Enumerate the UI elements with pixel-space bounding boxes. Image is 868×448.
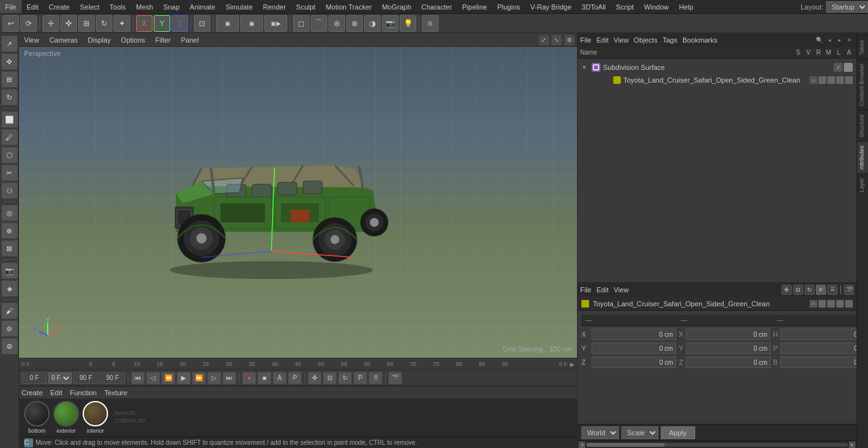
x-axis-btn[interactable]: X	[136, 15, 153, 32]
render-btn[interactable]: ▣▶	[264, 15, 287, 32]
tab-content-browser[interactable]: Content Browser	[857, 59, 868, 110]
tab-takes[interactable]: Takes	[857, 36, 868, 59]
vp-menu-panel[interactable]: Panel	[179, 36, 201, 44]
menu-create[interactable]: Create	[44, 0, 75, 13]
lt-camera-btn[interactable]: 📷	[1, 262, 18, 279]
lt-paint-btn[interactable]: 🖌	[1, 302, 18, 319]
y-axis-btn[interactable]: Y	[154, 15, 170, 32]
om-nav-back-icon[interactable]: ◂	[825, 36, 834, 44]
om-view-menu[interactable]: View	[614, 36, 629, 44]
attr-p-icon[interactable]: P	[816, 285, 826, 295]
world-select[interactable]: World	[581, 426, 619, 439]
pb-grid-btn[interactable]: ⠿	[369, 372, 383, 384]
menu-snap[interactable]: Snap	[158, 0, 185, 13]
pb-stop-btn[interactable]: ■	[257, 372, 271, 384]
camera-btn[interactable]: 📷	[382, 15, 398, 32]
undo-btn[interactable]: ↩	[3, 15, 19, 32]
om-objects-menu[interactable]: Objects	[634, 36, 657, 44]
attr-move-icon[interactable]: ✜	[782, 285, 792, 295]
timeline-arrow-icon[interactable]: ▸	[570, 359, 574, 369]
pb-keys-btn[interactable]: ⊟	[323, 372, 337, 384]
lt-move-btn[interactable]: ✜	[1, 53, 18, 70]
lt-mirror-btn[interactable]: ⊠	[1, 240, 18, 257]
tab-attributes[interactable]: Attributes	[857, 141, 868, 173]
coord-z-pos[interactable]	[592, 356, 676, 368]
vp-menu-options[interactable]: Options	[118, 36, 147, 44]
vp-maximize-icon[interactable]: ⤢	[539, 35, 549, 45]
pb-next-key-btn[interactable]: ⏩	[192, 372, 206, 384]
lt-material-btn[interactable]: ◎	[1, 205, 18, 221]
om-nav-fwd-icon[interactable]: ▸	[835, 36, 844, 44]
pb-film-btn[interactable]: 🎬	[388, 372, 402, 384]
pb-go-start-btn[interactable]: ⏮	[131, 372, 145, 384]
menu-window[interactable]: Window	[639, 0, 674, 13]
menu-pipeline[interactable]: Pipeline	[457, 0, 492, 13]
attr-dots-icon[interactable]: ⠿	[827, 285, 837, 295]
coord-z-size[interactable]	[780, 356, 865, 368]
pb-prev-frame-btn[interactable]: ◁	[146, 372, 160, 384]
material-ball-interior[interactable]	[83, 401, 108, 426]
menu-mesh[interactable]: Mesh	[131, 0, 158, 13]
menu-tools[interactable]: Tools	[104, 0, 131, 13]
menu-vray[interactable]: V-Ray Bridge	[526, 0, 577, 13]
transform-btn[interactable]: ✦	[114, 15, 130, 32]
attr-view-menu[interactable]: View	[614, 286, 629, 294]
coord-x-rot[interactable]	[686, 329, 770, 340]
tab-structure[interactable]: Structure	[857, 110, 868, 142]
lt-cut-btn[interactable]: ✂	[1, 165, 18, 181]
move-btn[interactable]: ✜	[60, 15, 77, 32]
scale-select[interactable]: Scale	[621, 426, 658, 439]
gen-btn[interactable]: ⊛	[329, 15, 345, 32]
pb-autokey-btn[interactable]: A	[273, 372, 287, 384]
lt-view-btn[interactable]: ◈	[1, 280, 18, 297]
pb-next-frame-btn[interactable]: ▷	[207, 372, 221, 384]
attr-key-icon[interactable]: ⊟	[793, 285, 803, 295]
om-search-icon[interactable]: 🔍	[815, 36, 824, 44]
mat-texture-menu[interactable]: Texture	[104, 389, 127, 397]
pb-fps-select[interactable]: 0 F	[48, 372, 72, 384]
om-file-menu[interactable]: File	[580, 36, 592, 44]
lt-select-btn[interactable]: ↗	[1, 36, 18, 52]
attr-film-icon[interactable]: 🎬	[844, 285, 854, 295]
om-toyota-vis-icon[interactable]: ○	[810, 76, 817, 84]
lt-box-btn[interactable]: ⬜	[1, 111, 18, 128]
cube-btn[interactable]: ◻	[293, 15, 309, 32]
menu-render[interactable]: Render	[258, 0, 291, 13]
env-btn[interactable]: ◑	[364, 15, 381, 32]
menu-help[interactable]: Help	[674, 0, 699, 13]
lt-scale-btn[interactable]: ⊞	[1, 71, 18, 88]
viewport-3d[interactable]: Perspective	[19, 47, 577, 358]
pb-record-btn[interactable]: ●	[242, 372, 256, 384]
coord-y-pos[interactable]	[592, 343, 676, 354]
layout-select[interactable]: Startup	[826, 1, 868, 13]
pb-curves-btn[interactable]: ↻	[338, 372, 352, 384]
material-ball-exterior[interactable]	[53, 401, 79, 426]
pb-motionpath-btn[interactable]: P	[288, 372, 302, 384]
om-close-icon[interactable]: ✕	[845, 36, 854, 44]
mat-edit-menu[interactable]: Edit	[50, 389, 62, 397]
pb-play-btn[interactable]: ▶	[177, 372, 191, 384]
coord-y-size[interactable]	[780, 343, 865, 354]
timeline-frame-marker[interactable]: 0 F	[22, 361, 30, 367]
lt-magnet-btn[interactable]: ⚇	[1, 182, 18, 199]
attr-curve-icon[interactable]: ↻	[804, 285, 815, 295]
om-tags-menu[interactable]: Tags	[663, 36, 677, 44]
scroll-right-btn[interactable]: ▸	[849, 442, 855, 448]
attr-edit-menu[interactable]: Edit	[597, 286, 609, 294]
lt-texture-btn[interactable]: ⊕	[1, 222, 18, 239]
lt-smooth-btn[interactable]: ⊜	[1, 320, 18, 337]
menu-motion-tracker[interactable]: Motion Tracker	[320, 0, 377, 13]
scroll-left-btn[interactable]: ◂	[579, 442, 585, 448]
coord-sys-btn[interactable]: ⊡	[194, 15, 210, 32]
coord-x-size[interactable]	[780, 329, 865, 340]
redo-btn[interactable]: ⟳	[20, 15, 37, 32]
coord-y-rot[interactable]	[686, 343, 771, 354]
pb-end-frame2[interactable]	[100, 372, 125, 384]
pb-go-end-btn[interactable]: ⏭	[222, 372, 236, 384]
om-bookmarks-menu[interactable]: Bookmarks	[682, 36, 717, 44]
menu-script[interactable]: Script	[611, 0, 639, 13]
deform-btn[interactable]: ⊗	[346, 15, 363, 32]
coord-x-pos[interactable]	[592, 329, 676, 340]
select-btn[interactable]: ✛	[43, 15, 59, 32]
coord-z-rot[interactable]	[686, 356, 770, 368]
